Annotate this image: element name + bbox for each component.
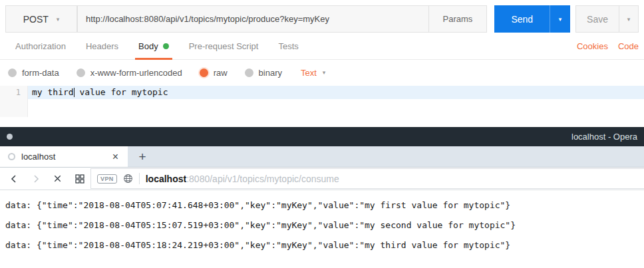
body-present-dot-icon [163, 43, 169, 49]
address-bar[interactable]: VPN localhost:8080/api/v1/topics/mytopic… [90, 168, 644, 189]
method-select[interactable]: POST ▾ [5, 5, 77, 33]
window-titlebar[interactable]: localhost - Opera [0, 127, 644, 146]
tab-headers[interactable]: Headers [76, 33, 128, 59]
editor-text-before-cursor: my third [32, 87, 74, 97]
request-tabs: Authorization Headers Body Pre-request S… [0, 33, 644, 60]
vpn-badge[interactable]: VPN [97, 174, 117, 184]
request-links: Cookies Code [577, 33, 639, 59]
tab-label: Headers [86, 41, 118, 51]
body-type-label: raw [214, 68, 228, 78]
body-type-binary[interactable]: binary [245, 68, 282, 78]
chevron-down-icon: ▾ [57, 16, 60, 23]
code-link[interactable]: Code [618, 41, 639, 51]
url-field-wrap: http://localhost:8080/api/v1/topics/myto… [77, 5, 487, 33]
new-tab-button[interactable]: + [128, 146, 157, 167]
cookies-link[interactable]: Cookies [577, 41, 608, 51]
tab-title: localhost [21, 152, 105, 162]
format-label: Text [301, 68, 317, 78]
body-type-label: form-data [22, 68, 59, 78]
send-button[interactable]: Send [494, 5, 550, 33]
close-x-icon [53, 174, 63, 184]
sse-data-line: data: {"time":"2018-08-04T05:15:07.519+0… [5, 220, 639, 240]
chevron-down-icon: ▾ [323, 69, 326, 76]
address-host: localhost [146, 174, 186, 184]
chevron-left-icon [9, 174, 19, 184]
address-path: :8080/api/v1/topics/mytopic/consume [186, 174, 339, 184]
browser-navbar: VPN localhost:8080/api/v1/topics/mytopic… [0, 168, 644, 190]
raw-body-editor[interactable]: 1 my third value for mytopic [0, 86, 644, 117]
editor-gutter: 1 [0, 86, 28, 117]
radio-icon [245, 68, 253, 77]
body-type-selector: form-data x-www-form-urlencoded raw bina… [0, 61, 644, 84]
format-select[interactable]: Text ▾ [301, 68, 325, 78]
tab-label: Pre-request Script [189, 41, 259, 51]
send-options-button[interactable]: ▾ [550, 5, 570, 33]
tab-body[interactable]: Body [128, 33, 179, 59]
tab-label: Authorization [15, 41, 66, 51]
body-type-form-data[interactable]: form-data [8, 68, 59, 78]
chevron-down-icon: ▾ [627, 16, 631, 23]
tab-close-icon[interactable]: × [111, 152, 120, 162]
window-menu-dot-icon[interactable] [7, 134, 13, 140]
request-bar: POST ▾ http://localhost:8080/api/v1/topi… [5, 5, 639, 33]
editor-text-after-cursor: value for mytopic [75, 87, 168, 97]
radio-icon [77, 68, 85, 77]
opera-window: localhost - Opera localhost × + VPN [0, 127, 644, 260]
method-label: POST [23, 14, 49, 25]
save-button[interactable]: Save [576, 6, 619, 32]
radio-icon [8, 68, 17, 77]
tab-pre-request-script[interactable]: Pre-request Script [179, 33, 269, 59]
editor-line[interactable]: my third value for mytopic [28, 86, 644, 99]
stop-reload-button[interactable] [47, 168, 69, 190]
tab-label: Body [138, 41, 158, 51]
radio-selected-icon [200, 68, 208, 77]
body-type-label: x-www-form-urlencoded [90, 68, 182, 78]
editor-area[interactable]: my third value for mytopic [28, 86, 644, 117]
favicon-loading-icon [8, 153, 15, 160]
body-type-x-www-form-urlencoded[interactable]: x-www-form-urlencoded [77, 68, 182, 78]
tab-tests[interactable]: Tests [268, 33, 308, 59]
back-button[interactable] [3, 168, 25, 190]
tab-label: Tests [278, 41, 298, 51]
params-button[interactable]: Params [428, 6, 487, 32]
grid-icon [75, 174, 85, 184]
address-text[interactable]: localhost:8080/api/v1/topics/mytopic/con… [146, 173, 339, 185]
chevron-down-icon: ▾ [559, 16, 562, 23]
window-title: localhost - Opera [571, 132, 637, 142]
body-type-raw[interactable]: raw [200, 68, 228, 78]
url-input[interactable]: http://localhost:8080/api/v1/topics/myto… [78, 6, 428, 32]
browser-tab-localhost[interactable]: localhost × [0, 146, 128, 167]
forward-button[interactable] [25, 168, 47, 190]
body-type-label: binary [259, 68, 282, 78]
chevron-right-icon [31, 174, 41, 184]
sse-data-line: data: {"time":"2018-08-04T05:07:41.648+0… [5, 200, 639, 220]
sse-data-line: data: {"time":"2018-08-04T05:18:24.219+0… [5, 240, 639, 260]
address-divider [139, 173, 140, 184]
page-content: data: {"time":"2018-08-04T05:07:41.648+0… [0, 190, 644, 260]
postman-panel: POST ▾ http://localhost:8080/api/v1/topi… [0, 5, 644, 127]
save-options-button[interactable]: ▾ [619, 6, 638, 32]
speed-dial-button[interactable] [69, 168, 90, 190]
plus-icon: + [138, 150, 146, 164]
line-number: 1 [0, 88, 21, 97]
globe-icon[interactable] [123, 174, 133, 184]
browser-tabstrip: localhost × + [0, 146, 644, 168]
send-button-group: Send ▾ [494, 5, 570, 33]
tab-authorization[interactable]: Authorization [5, 33, 76, 59]
save-button-group: Save ▾ [575, 5, 639, 33]
